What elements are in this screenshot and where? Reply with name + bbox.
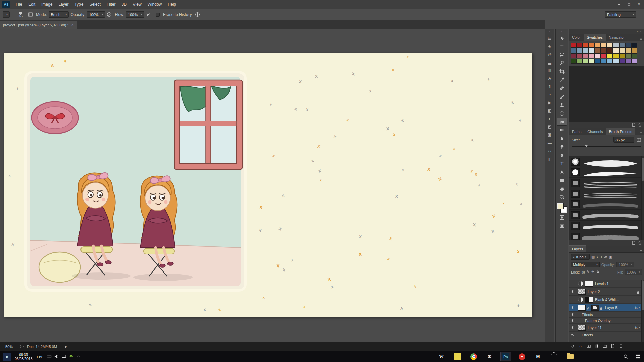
zoom-level[interactable]: 50% — [5, 345, 13, 349]
taskbar-app-mail[interactable]: ✉ — [484, 352, 495, 361]
smart-object-filter-icon[interactable]: ▣ — [609, 255, 612, 259]
layer-thumbnail[interactable] — [578, 289, 586, 295]
expand-panels-icon[interactable]: « — [545, 29, 554, 34]
layer-row-layer-2[interactable]: Layer 2 — [569, 288, 641, 296]
maximize-button[interactable]: □ — [624, 0, 634, 9]
panel-icon-actions[interactable]: ▶ — [546, 99, 553, 106]
tool-dodge[interactable] — [557, 143, 567, 151]
swatch-23[interactable] — [577, 53, 583, 58]
panel-icon-timeline[interactable]: ▬ — [546, 139, 553, 146]
tool-hand[interactable] — [557, 185, 567, 193]
swatch-17[interactable] — [607, 48, 613, 53]
tool-move[interactable] — [557, 34, 567, 42]
swatch-24[interactable] — [583, 53, 589, 58]
eye-icon[interactable] — [569, 332, 576, 338]
lock-transparency-icon[interactable]: ▨ — [581, 270, 585, 274]
taskbar-search-button[interactable] — [622, 353, 629, 361]
layer-filter-kind-select[interactable]: ⌕Kind▾ — [571, 254, 590, 260]
tray-pen-input-icon[interactable] — [45, 353, 53, 361]
document-canvas[interactable]: xxxxxxxxxxxxxxxxxxxxxxxxxxxxxxxxxxxxxxxx… — [4, 53, 532, 317]
tab-brush-presets[interactable]: Brush Presets — [606, 128, 635, 135]
taskbar-clock[interactable]: 08:39 06/05/2018 — [15, 353, 33, 361]
swatch-29[interactable] — [613, 53, 619, 58]
erase-to-history-toggle[interactable]: Erase to History — [155, 12, 193, 17]
layer-row-effects[interactable]: Effects — [569, 312, 641, 318]
toolbar-collapse-icon[interactable]: « — [556, 29, 568, 34]
tool-clone-stamp[interactable] — [557, 101, 567, 109]
swatch-13[interactable] — [583, 48, 589, 53]
swatch-6[interactable] — [607, 43, 613, 48]
taskbar-app-wikipedia[interactable]: W — [436, 352, 447, 361]
swatch-10[interactable] — [631, 43, 637, 48]
swatch-16[interactable] — [601, 48, 607, 53]
link-icon[interactable] — [570, 344, 575, 350]
layers-opacity-field[interactable]: 100%▾ — [616, 262, 634, 267]
eye-icon[interactable] — [569, 324, 576, 331]
layer-row-black-whit-[interactable]: Black & Whit... — [569, 296, 641, 304]
tool-crop[interactable] — [557, 67, 567, 75]
swatch-33[interactable] — [571, 59, 577, 64]
delete-swatch-icon[interactable] — [638, 123, 642, 127]
brush-preset-1[interactable] — [569, 167, 641, 178]
shape-filter-icon[interactable]: ▱ — [604, 255, 607, 259]
tool-screen-mode[interactable] — [557, 222, 567, 230]
tray-hidden-icons-chevron-icon[interactable] — [75, 353, 82, 361]
brush-preset-7[interactable] — [569, 231, 641, 240]
swatch-36[interactable] — [589, 59, 595, 64]
brush-size-field[interactable]: 35 px — [613, 137, 634, 143]
swatch-28[interactable] — [607, 53, 613, 58]
eye-icon[interactable] — [569, 312, 576, 317]
tray-dropbox-icon[interactable] — [67, 353, 75, 361]
layer-row-layer-11[interactable]: Layer 11fx▾ — [569, 324, 641, 332]
fx-icon[interactable]: fx — [578, 344, 583, 350]
taskbar-app-media-red[interactable]: ✦ — [517, 352, 527, 361]
panel-icon-paragraph[interactable]: ¶ — [546, 83, 553, 90]
brush-preset-5[interactable] — [569, 210, 641, 221]
brush-size-picker[interactable]: 35▾ — [15, 10, 26, 19]
language-indicator[interactable]: עבר — [36, 355, 42, 359]
menu-window[interactable]: Window — [145, 0, 165, 9]
tablet-pressure-opacity-button[interactable] — [105, 11, 113, 19]
tab-navigator[interactable]: Navigator — [606, 34, 628, 41]
menu-select[interactable]: Select — [86, 0, 103, 9]
menu-filter[interactable]: Filter — [104, 0, 119, 9]
tray-speaker-icon[interactable] — [53, 353, 60, 361]
tool-pen[interactable] — [557, 151, 567, 159]
delete-brush-icon[interactable] — [638, 241, 642, 245]
panel-icon-notes[interactable]: ▱ — [546, 147, 553, 154]
tab-channels[interactable]: Channels — [584, 128, 606, 135]
pixel-filter-icon[interactable]: ▦ — [591, 255, 595, 259]
tab-layers[interactable]: Layers — [569, 245, 586, 252]
tool-quick-selection[interactable] — [557, 59, 567, 67]
layer-row-layer-5[interactable]: Layer 5fx▾ — [569, 304, 641, 312]
panel-icon-character[interactable]: A — [546, 75, 553, 82]
airbrush-toggle-button[interactable] — [144, 11, 152, 19]
swatch-4[interactable] — [595, 43, 601, 48]
menu-help[interactable]: Help — [165, 0, 179, 9]
panel-icon-info[interactable]: ◈ — [546, 43, 553, 50]
group-icon[interactable] — [602, 344, 607, 350]
menu-image[interactable]: Image — [38, 0, 55, 9]
mode-select[interactable]: Brush▾ — [49, 11, 69, 18]
erase-to-history-checkbox[interactable] — [156, 13, 160, 17]
brush-list-scrollbar[interactable] — [641, 156, 644, 240]
fx-collapse-icon[interactable]: ▾ — [639, 306, 640, 309]
layer-mask-icon[interactable] — [586, 344, 591, 350]
tool-brush[interactable] — [557, 93, 567, 101]
menu-file[interactable]: File — [13, 0, 25, 9]
swatch-34[interactable] — [577, 59, 583, 64]
new-layer-icon[interactable] — [610, 344, 615, 350]
taskbar-app-photoshop[interactable]: Ps — [500, 352, 511, 361]
panel-icon-mini-bridge[interactable]: ▤ — [546, 35, 553, 42]
menu-3d[interactable]: 3D — [118, 0, 129, 9]
tab-swatches[interactable]: Swatches — [584, 34, 606, 41]
taskbar-app-store[interactable] — [549, 352, 559, 361]
eye-icon[interactable] — [569, 318, 576, 323]
document-tab[interactable]: proyect1.psd @ 50% (Layer 5, RGB/8) * × — [0, 21, 77, 29]
menu-type[interactable]: Type — [71, 0, 86, 9]
panel-icon-history[interactable]: ◔ — [546, 91, 553, 98]
fx-badge[interactable]: fx — [635, 306, 638, 309]
swatch-40[interactable] — [613, 59, 619, 64]
fx-badge[interactable]: fx — [635, 326, 638, 329]
taskbar-app-notes[interactable] — [452, 352, 463, 361]
